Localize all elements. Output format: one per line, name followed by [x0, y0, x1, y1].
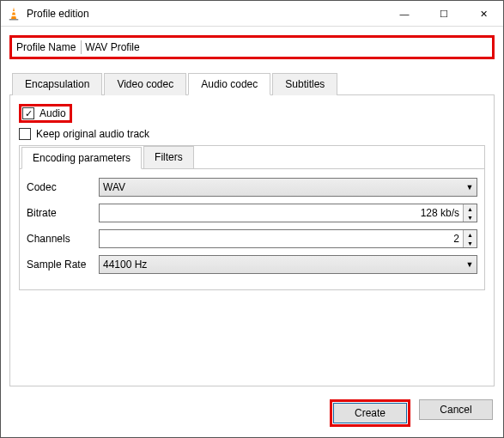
- keep-original-row: Keep original audio track: [19, 128, 485, 140]
- audio-checkbox[interactable]: [22, 107, 34, 119]
- window-controls: — ☐ ✕: [385, 1, 503, 26]
- tab-audio-codec[interactable]: Audio codec: [188, 73, 270, 95]
- keep-original-label: Keep original audio track: [36, 128, 149, 140]
- svg-rect-3: [9, 19, 19, 21]
- tab-video-codec[interactable]: Video codec: [104, 73, 186, 95]
- samplerate-row: Sample Rate 44100 Hz ▼: [27, 255, 477, 274]
- channels-up-icon[interactable]: ▲: [464, 230, 477, 239]
- svg-rect-1: [12, 11, 16, 13]
- audio-subtabstrip: Encoding parameters Filters: [20, 146, 484, 169]
- subtab-filters[interactable]: Filters: [143, 146, 194, 168]
- profile-name-label: Profile Name: [15, 41, 79, 53]
- maximize-button[interactable]: ☐: [424, 1, 464, 27]
- cancel-button[interactable]: Cancel: [419, 399, 493, 420]
- create-button[interactable]: Create: [333, 403, 407, 423]
- samplerate-label: Sample Rate: [27, 259, 95, 271]
- samplerate-value: 44100 Hz: [100, 259, 463, 271]
- chevron-down-icon: ▼: [463, 183, 477, 192]
- channels-row: Channels 2 ▲ ▼: [27, 229, 477, 248]
- divider: [81, 40, 82, 54]
- profile-edition-window: Profile edition — ☐ ✕ Profile Name Encap…: [0, 0, 504, 438]
- profile-name-input[interactable]: [83, 40, 489, 54]
- tab-encapsulation[interactable]: Encapsulation: [12, 73, 102, 95]
- bitrate-down-icon[interactable]: ▼: [464, 213, 477, 222]
- content-area: Profile Name Encapsulation Video codec A…: [1, 27, 503, 386]
- main-tabstrip: Encapsulation Video codec Audio codec Su…: [9, 72, 495, 94]
- codec-row: Codec WAV ▼: [27, 178, 477, 197]
- svg-marker-0: [11, 7, 16, 19]
- bitrate-value: 128 kb/s: [100, 207, 463, 219]
- channels-value: 2: [100, 233, 463, 245]
- codec-select[interactable]: WAV ▼: [99, 178, 477, 197]
- subtab-encoding-parameters[interactable]: Encoding parameters: [21, 147, 142, 169]
- tab-subtitles[interactable]: Subtitles: [272, 73, 337, 95]
- codec-value: WAV: [100, 181, 463, 193]
- keep-original-checkbox[interactable]: [19, 128, 31, 140]
- window-title: Profile edition: [27, 8, 385, 20]
- close-button[interactable]: ✕: [464, 1, 503, 27]
- chevron-down-icon: ▼: [463, 260, 477, 269]
- codec-label: Codec: [27, 181, 95, 193]
- dialog-footer: Create Cancel: [330, 399, 493, 427]
- audio-subtabs: Encoding parameters Filters Codec WAV ▼: [19, 145, 485, 290]
- audio-codec-panel: Audio Keep original audio track Encoding…: [9, 94, 495, 386]
- bitrate-up-icon[interactable]: ▲: [464, 204, 477, 213]
- vlc-cone-icon: [6, 6, 21, 21]
- svg-rect-2: [11, 15, 16, 16]
- bitrate-label: Bitrate: [27, 207, 95, 219]
- bitrate-row: Bitrate 128 kb/s ▲ ▼: [27, 204, 477, 222]
- channels-spinner[interactable]: 2 ▲ ▼: [99, 229, 477, 248]
- profile-name-row: Profile Name: [9, 35, 495, 59]
- create-highlight: Create: [330, 399, 410, 427]
- audio-toggle-highlight: Audio: [19, 104, 72, 123]
- channels-spin-buttons: ▲ ▼: [463, 230, 477, 247]
- audio-checkbox-label: Audio: [39, 107, 66, 119]
- encoding-form: Codec WAV ▼ Bitrate 128 kb/s ▲: [20, 169, 484, 289]
- minimize-button[interactable]: —: [385, 1, 424, 27]
- titlebar: Profile edition — ☐ ✕: [1, 1, 503, 27]
- main-tabs: Encapsulation Video codec Audio codec Su…: [9, 72, 495, 386]
- channels-label: Channels: [27, 233, 95, 245]
- samplerate-select[interactable]: 44100 Hz ▼: [99, 255, 477, 274]
- bitrate-spinner[interactable]: 128 kb/s ▲ ▼: [99, 204, 477, 222]
- audio-checkbox-row: Audio: [19, 104, 485, 123]
- bitrate-spin-buttons: ▲ ▼: [463, 204, 477, 222]
- channels-down-icon[interactable]: ▼: [464, 239, 477, 247]
